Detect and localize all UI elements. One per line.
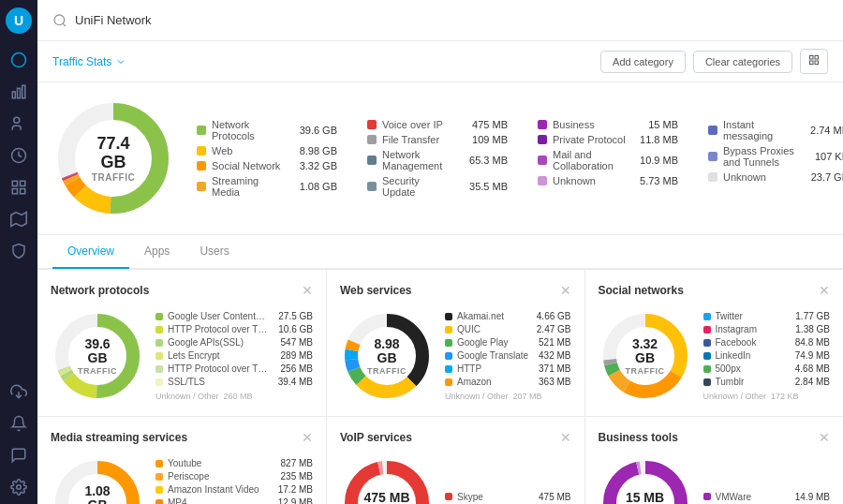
legend-item: Google Play 521 MB: [445, 337, 571, 348]
close-button[interactable]: ✕: [819, 283, 830, 298]
sidebar-item-settings[interactable]: [2, 472, 36, 502]
close-button[interactable]: ✕: [560, 430, 571, 445]
tabs-row: Overview Apps Users: [37, 235, 843, 269]
legend-dot: [155, 473, 163, 481]
card-donut-center: 3.32 GB TRAFFIC: [622, 337, 669, 376]
tab-apps[interactable]: Apps: [129, 235, 185, 269]
sidebar-item-shield[interactable]: [2, 236, 36, 266]
legend-dot: [155, 326, 163, 334]
legend-dot: [155, 378, 163, 386]
legend-item: HTTP Protocol over TLS... 10.6 GB: [155, 324, 313, 334]
card-donut: 15 MB TRAFFIC: [599, 456, 692, 504]
sidebar-item-bell[interactable]: [2, 408, 36, 438]
legend-dot: [703, 365, 711, 373]
legend-item: Private Protocol 11.8 MB: [538, 134, 678, 145]
legend-col-4: Instant messaging 2.74 MB Bypass Proxies…: [708, 119, 843, 198]
svg-rect-16: [815, 56, 819, 60]
sidebar-item-map[interactable]: [2, 204, 36, 234]
card-header: Social networks ✕: [599, 283, 831, 298]
card-donut: 475 MB TRAFFIC: [340, 456, 434, 504]
card-donut-center: 15 MB TRAFFIC: [626, 491, 665, 504]
close-button[interactable]: ✕: [302, 430, 313, 445]
legend-dot: [155, 339, 163, 347]
legend-item: Facebook 84.8 MB: [703, 337, 831, 348]
legend-item: HTTP 371 MB: [445, 363, 571, 374]
sidebar-item-chart[interactable]: [2, 77, 36, 107]
scroll-area: 77.4 GB TRAFFIC Network Protocols 39.6 G…: [37, 82, 843, 504]
legend-item: Google APIs(SSL) 547 MB: [155, 337, 313, 348]
chevron-down-icon: [115, 56, 126, 67]
legend-item: Bypass Proxies and Tunnels 107 KB: [708, 145, 843, 168]
app-title-area: UniFi Network: [52, 13, 152, 28]
legend-item: QUIC 2.47 GB: [445, 324, 571, 334]
tab-users[interactable]: Users: [185, 235, 244, 269]
card-title: Web services: [340, 284, 412, 297]
traffic-stats-label: Traffic Stats: [52, 55, 111, 68]
close-button[interactable]: ✕: [819, 430, 830, 445]
legend-dot: [367, 156, 377, 165]
sidebar-item-home[interactable]: [2, 45, 36, 75]
legend-dot: [155, 499, 163, 505]
legend-item: Lets Encrypt 289 MB: [155, 350, 313, 361]
svg-point-4: [14, 117, 20, 123]
grid-view-button[interactable]: [800, 49, 828, 74]
card-donut-center: 39.6 GB TRAFFIC: [74, 337, 121, 376]
add-category-button[interactable]: Add category: [600, 51, 686, 73]
legend-item: Akamai.net 4.66 GB: [445, 311, 571, 321]
legend-item: MP4 12.9 MB: [155, 497, 313, 504]
sidebar-item-grid[interactable]: [2, 172, 36, 202]
legend-dot: [197, 182, 206, 191]
legend-item: Web 8.98 GB: [197, 145, 337, 156]
clear-categories-button[interactable]: Clear categories: [693, 51, 792, 73]
legend-dot: [703, 313, 711, 320]
card-donut: 39.6 GB TRAFFIC: [51, 309, 144, 403]
close-button[interactable]: ✕: [560, 283, 571, 298]
card-header: Network protocols ✕: [51, 283, 313, 298]
legend-item: Voice over IP 475 MB: [367, 119, 508, 130]
card-body: 475 MB TRAFFIC Skype 475 MB SIP: [340, 456, 571, 504]
card-header: Business tools ✕: [599, 430, 831, 445]
svg-point-12: [17, 485, 22, 490]
legend-col-3: Business 15 MB Private Protocol 11.8 MB …: [538, 119, 678, 198]
legend-item: Google Translate 432 MB: [445, 350, 571, 361]
legend-item: Twitter 1.77 GB: [703, 311, 831, 321]
legend-other: Unknown / Other 172 KB: [703, 392, 831, 401]
sidebar-item-message[interactable]: [2, 440, 36, 470]
legend-dot: [703, 339, 711, 347]
legend-col-2: Voice over IP 475 MB File Transfer 109 M…: [367, 119, 508, 198]
legend-dot: [538, 156, 547, 165]
tab-overview[interactable]: Overview: [52, 235, 129, 269]
legend-dot: [445, 493, 452, 500]
sidebar: U: [0, 0, 37, 504]
legend-dot: [367, 135, 377, 144]
card-body: 8.98 GB TRAFFIC Akamai.net 4.66 GB QUIC: [340, 309, 571, 403]
svg-line-14: [63, 23, 66, 26]
card-title: Social networks: [599, 284, 684, 297]
card-header: Web services ✕: [340, 283, 571, 298]
card-legend: Akamai.net 4.66 GB QUIC 2.47 GB Google P…: [445, 311, 571, 401]
grid-icon: [808, 54, 820, 66]
legend-item: HTTP Protocol over TL... 256 MB: [155, 363, 313, 374]
svg-rect-15: [810, 56, 814, 60]
legend-item: Google User ContentSSL... 27.5 GB: [155, 311, 313, 321]
legend-item: Periscope 235 MB: [155, 471, 313, 482]
content-header: Traffic Stats Add category Clear categor…: [37, 41, 843, 82]
traffic-stats-dropdown[interactable]: Traffic Stats: [52, 55, 126, 68]
card-legend: Google User ContentSSL... 27.5 GB HTTP P…: [155, 311, 313, 401]
legend-item: Mail and Collaboration 10.9 MB: [538, 149, 678, 171]
sidebar-item-clock[interactable]: [2, 141, 36, 170]
card-donut: 1.08 GB TRAFFIC: [51, 456, 144, 504]
legend-item: Youtube 827 MB: [155, 458, 313, 468]
sidebar-item-users[interactable]: [2, 109, 36, 139]
legend-item: Skype 475 MB: [445, 492, 571, 502]
card-donut-center: 8.98 GB TRAFFIC: [363, 337, 410, 376]
card-legend: Skype 475 MB SIP 180 KB: [445, 492, 571, 505]
cards-grid: Network protocols ✕: [37, 269, 843, 504]
svg-rect-2: [18, 88, 21, 98]
card-network-protocols: Network protocols ✕: [37, 270, 327, 417]
card-donut-center: 475 MB TRAFFIC: [363, 491, 409, 504]
close-button[interactable]: ✕: [302, 283, 313, 298]
search-icon[interactable]: [52, 13, 67, 28]
sidebar-item-download[interactable]: [2, 377, 36, 407]
svg-point-13: [54, 15, 65, 25]
